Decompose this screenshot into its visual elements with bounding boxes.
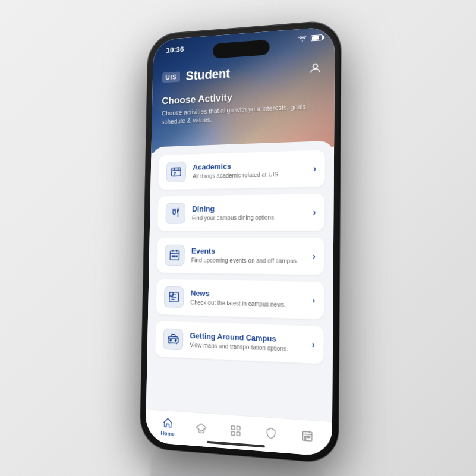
- menu-item-dining[interactable]: Dining Find your campus dining options. …: [157, 193, 325, 231]
- dining-desc: Find your campus dining options.: [191, 213, 305, 222]
- menu-item-getting-around[interactable]: Getting Around Campus View maps and tran…: [155, 320, 324, 364]
- choose-activity-title: Choose Activity: [162, 87, 323, 107]
- dining-text: Dining Find your campus dining options.: [191, 203, 305, 222]
- phone-screen: 10:36: [145, 26, 335, 456]
- svg-rect-1: [171, 168, 180, 176]
- events-desc: Find upcoming events on and off campus.: [191, 256, 305, 265]
- news-icon-wrap: [163, 286, 184, 307]
- academics-label: Academics: [193, 159, 306, 171]
- nav-shield[interactable]: [253, 425, 289, 442]
- dining-icon: [169, 207, 181, 220]
- svg-rect-11: [237, 431, 240, 435]
- events-icon: [168, 248, 181, 261]
- academics-text: Academics All things academic related at…: [192, 159, 305, 180]
- events-text: Events Find upcoming events on and off c…: [191, 246, 305, 264]
- uis-logo: UIS: [162, 71, 180, 83]
- header-app-title: Student: [185, 66, 230, 84]
- events-chevron: ›: [313, 251, 316, 261]
- home-nav-label: Home: [160, 430, 174, 437]
- news-label: News: [190, 288, 305, 300]
- getting-around-chevron: ›: [311, 339, 314, 349]
- status-icons: [298, 34, 322, 42]
- getting-around-text: Getting Around Campus View maps and tran…: [190, 331, 305, 354]
- svg-point-7: [175, 339, 176, 341]
- news-text: News Check out the latest in campus news…: [190, 288, 305, 309]
- bottom-nav: Home: [145, 409, 332, 456]
- nav-home[interactable]: Home: [151, 415, 184, 437]
- battery-icon: [310, 34, 322, 40]
- dining-chevron: ›: [313, 207, 316, 216]
- svg-point-6: [169, 339, 171, 341]
- nav-apps[interactable]: [218, 423, 253, 440]
- svg-rect-9: [237, 425, 240, 429]
- svg-rect-8: [231, 425, 235, 429]
- nav-academics[interactable]: [184, 420, 219, 437]
- home-indicator: [206, 440, 264, 447]
- dining-icon-wrap: [165, 203, 185, 223]
- main-content: Academics All things academic related at…: [146, 140, 333, 421]
- home-nav-icon: [161, 415, 174, 429]
- wifi-icon: [298, 36, 306, 42]
- news-chevron: ›: [312, 295, 315, 305]
- academics-icon-wrap: [166, 161, 186, 182]
- events-label: Events: [191, 246, 305, 256]
- svg-point-0: [313, 64, 317, 68]
- svg-rect-5: [168, 336, 178, 343]
- shield-nav-icon: [264, 425, 277, 440]
- news-icon: [168, 290, 180, 303]
- profile-icon[interactable]: [307, 59, 324, 77]
- dining-label: Dining: [191, 203, 305, 213]
- svg-rect-2: [170, 251, 179, 260]
- nav-calendar[interactable]: [289, 427, 326, 445]
- status-time: 10:36: [166, 45, 184, 54]
- menu-item-academics[interactable]: Academics All things academic related at…: [157, 149, 325, 190]
- academics-icon: [170, 165, 182, 178]
- getting-around-desc: View maps and transportation options.: [190, 341, 305, 353]
- academics-chevron: ›: [313, 163, 316, 173]
- phone-scene: 10:36: [140, 20, 341, 464]
- apps-nav-icon: [229, 423, 242, 437]
- svg-rect-12: [302, 431, 312, 440]
- choose-activity-section: Choose Activity Choose activities that a…: [161, 87, 323, 127]
- calendar-nav-icon: [300, 428, 314, 443]
- phone-body: 10:36: [140, 20, 341, 464]
- events-icon-wrap: [165, 244, 185, 265]
- transit-icon: [167, 332, 179, 346]
- news-desc: Check out the latest in campus news.: [190, 298, 305, 309]
- svg-rect-10: [231, 431, 235, 434]
- menu-item-news[interactable]: News Check out the latest in campus news…: [155, 278, 324, 319]
- transit-icon-wrap: [163, 328, 183, 350]
- menu-item-events[interactable]: Events Find upcoming events on and off c…: [156, 237, 324, 275]
- academics-nav-icon: [195, 421, 207, 435]
